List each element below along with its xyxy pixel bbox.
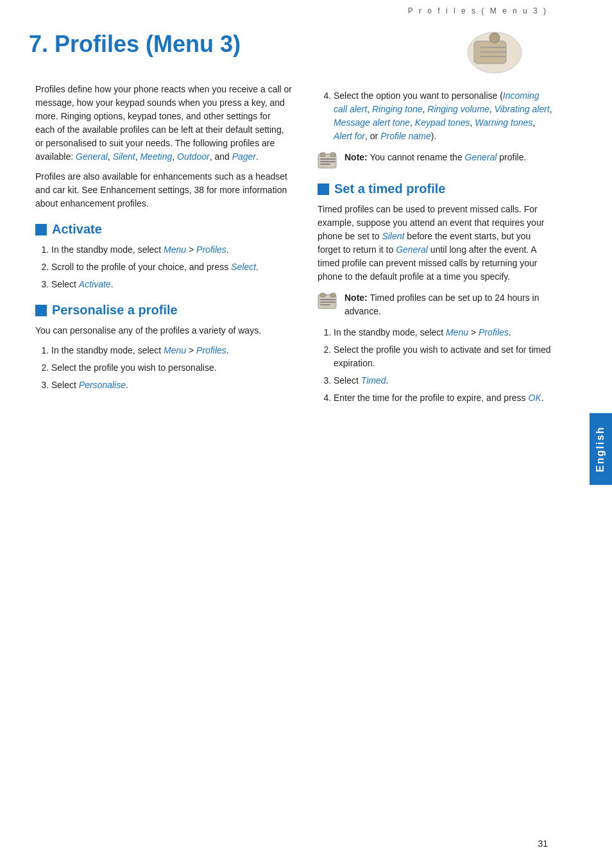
profile-outdoor-link: Outdoor [177,151,210,162]
timed-profiles-link: Profiles [479,327,509,337]
activate-menu-link: Menu [164,244,186,255]
timed-general-link: General [396,244,428,255]
intro-paragraph-1: Profiles define how your phone reacts wh… [35,83,292,164]
option-message-alert-tone: Message alert tone [334,117,410,128]
activate-profiles-link: Profiles [196,244,226,255]
activate-step-1: In the standby mode, select Menu > Profi… [51,243,292,257]
top-header: P r o f i l e s ( M e n u 3 ) [0,0,612,19]
timed-note-bold: Note: [344,293,368,303]
timed-menu-link: Menu [446,327,468,337]
profile-pager-link: Pager [232,151,256,162]
activate-heading-square [35,224,47,235]
personalise-note-box: Note: You cannot rename the General prof… [318,151,555,170]
personalise-intro: You can personalise any of the profiles … [35,324,292,337]
personalise-step-2: Select the profile you wish to personali… [51,361,292,375]
timed-note-icon [318,293,338,311]
timed-step-1: In the standby mode, select Menu > Profi… [334,326,555,339]
svg-rect-15 [320,299,336,300]
personalise-step-4: Select the option you want to personalis… [334,89,555,143]
svg-rect-16 [320,302,336,303]
intro-paragraph-2: Profiles are also available for enhancem… [35,170,292,210]
title-wrapper: 7. Profiles (Menu 3)Profiles (Menu 3) [0,19,612,83]
timed-timed-link: Timed [361,375,386,386]
activate-step-3: Select Activate. [51,278,292,291]
main-content: Profiles define how your phone reacts wh… [0,83,612,409]
option-ringing-volume: Ringing volume [427,104,489,114]
timed-heading-square [318,183,329,195]
profile-general-link: General [76,151,108,162]
personalise-step-3: Select Personalise. [51,379,292,392]
personalise-menu-link: Menu [164,345,186,355]
option-profile-name: Profile name [380,131,431,141]
english-tab-label: English [595,426,606,472]
activate-heading-text: Activate [52,222,102,237]
timed-step-4: Enter the time for the profile to expire… [334,391,555,405]
activate-step-2: Scroll to the profile of your choice, an… [51,260,292,274]
timed-steps: In the standby mode, select Menu > Profi… [330,326,555,405]
svg-rect-11 [320,164,330,165]
left-column: Profiles define how your phone reacts wh… [35,83,305,409]
option-keypad-tones: Keypad tones [415,117,470,128]
personalise-note-bold: Note: [344,152,368,162]
svg-point-2 [489,33,500,43]
timed-profile-section-heading: Set a timed profile [318,182,555,196]
header-text: P r o f i l e s ( M e n u 3 ) [408,6,548,15]
activate-section-heading: Activate [35,222,292,237]
svg-rect-9 [320,158,336,160]
english-tab: English [590,413,612,485]
option-alert-for: Alert for [334,131,365,141]
personalise-note-general: General [465,152,497,162]
timed-note-text: Note: Timed profiles can be set up to 24… [344,291,555,318]
svg-rect-17 [320,304,330,305]
personalise-heading-text: Personalise a profile [52,303,178,318]
svg-rect-14 [330,293,336,297]
svg-rect-10 [320,161,336,162]
activate-select-link: Select [231,262,256,272]
timed-note-box: Note: Timed profiles can be set up to 24… [318,291,555,318]
phone-image [464,28,525,76]
personalise-heading-square [35,305,47,316]
personalise-note-icon [318,152,338,170]
personalise-step4-list: Select the option you want to personalis… [330,89,555,143]
option-ringing-tone: Ringing tone [372,104,423,114]
right-column: Select the option you want to personalis… [305,83,555,409]
profile-meeting-link: Meeting [140,151,172,162]
svg-rect-7 [320,153,325,157]
personalise-steps: In the standby mode, select Menu > Profi… [48,344,292,392]
timed-silent-link: Silent [382,231,404,241]
activate-steps: In the standby mode, select Menu > Profi… [48,243,292,291]
personalise-profiles-link: Profiles [196,345,226,355]
svg-rect-8 [330,153,336,157]
activate-activate-link: Activate [79,279,111,289]
svg-rect-13 [320,293,325,297]
option-vibrating-alert: Vibrating alert [495,104,550,114]
personalise-step-1: In the standby mode, select Menu > Profi… [51,344,292,357]
timed-step-2: Select the profile you wish to activate … [334,343,555,370]
personalise-note-text: Note: You cannot rename the General prof… [344,151,526,164]
personalise-section-heading: Personalise a profile [35,303,292,318]
profile-silent-link: Silent [113,151,135,162]
page-number: 31 [538,838,548,849]
page-wrapper: P r o f i l e s ( M e n u 3 ) 7. Profile… [0,0,612,868]
timed-ok-link: OK [529,393,541,403]
title-area: 7. Profiles (Menu 3)Profiles (Menu 3) [29,19,577,83]
page-title: 7. Profiles (Menu 3)Profiles (Menu 3) [29,28,241,57]
timed-heading-text: Set a timed profile [334,182,445,196]
timed-step-3: Select Timed. [334,374,555,387]
timed-profile-intro: Timed profiles can be used to prevent mi… [318,203,555,284]
personalise-personalise-link: Personalise [79,380,126,390]
option-warning-tones: Warning tones [475,117,532,128]
